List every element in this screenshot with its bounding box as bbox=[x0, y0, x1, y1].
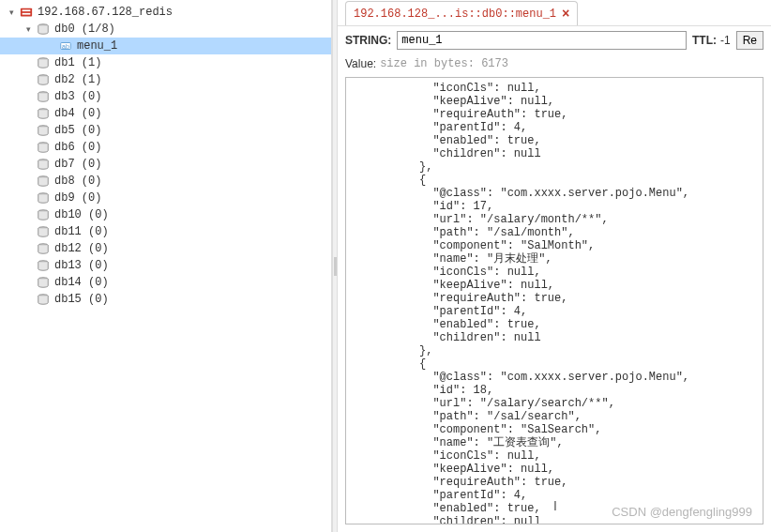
key-string-icon: ab bbox=[58, 38, 73, 53]
tree-root-label: 192.168.67.128_redis bbox=[38, 6, 173, 19]
tree-db-item[interactable]: ▾db9 (0) bbox=[0, 190, 331, 206]
tree-db-item[interactable]: ▾db1 (1) bbox=[0, 54, 331, 71]
tree-db-label: db11 (0) bbox=[54, 225, 109, 238]
editor-tab[interactable]: 192.168.128_...is::db0::menu_1 × bbox=[345, 1, 578, 25]
database-icon bbox=[36, 123, 51, 138]
ttl-label: TTL: bbox=[692, 34, 717, 47]
tree-db-item[interactable]: ▾db4 (0) bbox=[0, 105, 331, 122]
tree-db-item[interactable]: ▾db12 (0) bbox=[0, 240, 331, 257]
tab-label: 192.168.128_...is::db0::menu_1 bbox=[354, 8, 556, 21]
key-name-input[interactable] bbox=[397, 31, 687, 50]
tree-db-item[interactable]: ▾db14 (0) bbox=[0, 274, 331, 291]
value-meta-row: Value: size in bytes: 6173 bbox=[338, 54, 771, 73]
tree-db-item[interactable]: ▾db15 (0) bbox=[0, 291, 331, 308]
tree-root[interactable]: ▾ 192.168.67.128_redis bbox=[0, 4, 331, 21]
type-label: STRING: bbox=[345, 34, 391, 47]
main-panel: 192.168.128_...is::db0::menu_1 × STRING:… bbox=[338, 0, 771, 532]
database-icon bbox=[36, 190, 51, 205]
database-icon bbox=[36, 72, 51, 87]
db-tree-sidebar: ▾ 192.168.67.128_redis ▾ db0 (1/8) ▾ ab … bbox=[0, 0, 332, 532]
database-icon bbox=[36, 174, 51, 189]
tree-db-label: db3 (0) bbox=[54, 90, 101, 103]
tree-db-label: db1 (1) bbox=[54, 56, 101, 69]
tree-db-label: db7 (0) bbox=[54, 158, 101, 171]
database-icon bbox=[36, 207, 51, 222]
tree-key-selected[interactable]: ▾ ab menu_1 bbox=[0, 38, 331, 54]
database-icon bbox=[36, 140, 51, 155]
tree-db-item[interactable]: ▾db10 (0) bbox=[0, 206, 331, 223]
tree-db-item[interactable]: ▾db2 (1) bbox=[0, 71, 331, 88]
rename-button[interactable]: Re bbox=[736, 31, 763, 50]
close-icon[interactable]: × bbox=[562, 7, 569, 22]
tree-db-label: db14 (0) bbox=[54, 276, 109, 289]
chevron-down-icon[interactable]: ▾ bbox=[6, 8, 17, 17]
tree-db-label: db2 (1) bbox=[54, 73, 101, 86]
tree-db-label: db6 (0) bbox=[54, 141, 101, 154]
database-icon bbox=[36, 275, 51, 290]
value-label: Value: bbox=[345, 57, 376, 70]
svg-rect-1 bbox=[23, 9, 31, 11]
database-icon bbox=[36, 241, 51, 256]
tree-db-label: db10 (0) bbox=[54, 208, 109, 221]
tree-db-item[interactable]: ▾db13 (0) bbox=[0, 257, 331, 274]
value-textarea[interactable]: "iconCls": null, "keepAlive": null, "req… bbox=[345, 77, 763, 524]
database-icon bbox=[36, 224, 51, 239]
key-header-row: STRING: TTL: -1 Re bbox=[338, 26, 771, 54]
ttl-value: -1 bbox=[720, 34, 731, 47]
tree-db-label: db8 (0) bbox=[54, 175, 101, 188]
tree-key-label: menu_1 bbox=[77, 39, 117, 53]
tree-db0-label: db0 (1/8) bbox=[54, 23, 115, 36]
redis-server-icon bbox=[19, 5, 34, 20]
tree-db-item[interactable]: ▾db5 (0) bbox=[0, 122, 331, 139]
tree-db-item[interactable]: ▾db7 (0) bbox=[0, 156, 331, 173]
database-icon bbox=[36, 258, 51, 273]
svg-text:ab: ab bbox=[62, 43, 69, 50]
chevron-down-icon[interactable]: ▾ bbox=[23, 24, 34, 34]
database-icon bbox=[36, 89, 51, 104]
database-icon bbox=[36, 292, 51, 307]
tree-db-label: db12 (0) bbox=[54, 242, 109, 255]
tree-db-item[interactable]: ▾db3 (0) bbox=[0, 88, 331, 105]
tree-db-label: db4 (0) bbox=[54, 107, 101, 120]
tree-db-label: db5 (0) bbox=[54, 124, 101, 137]
tab-bar: 192.168.128_...is::db0::menu_1 × bbox=[338, 0, 771, 26]
value-size: size in bytes: 6173 bbox=[380, 57, 508, 70]
tree-db-expanded[interactable]: ▾ db0 (1/8) bbox=[0, 21, 331, 38]
database-icon bbox=[36, 22, 51, 37]
tree-db-label: db9 (0) bbox=[54, 191, 101, 205]
splitter-handle[interactable] bbox=[332, 0, 338, 532]
tree-db-item[interactable]: ▾db11 (0) bbox=[0, 223, 331, 240]
svg-rect-2 bbox=[23, 13, 31, 15]
tree-db-item[interactable]: ▾db6 (0) bbox=[0, 139, 331, 156]
database-icon bbox=[36, 157, 51, 172]
tree-db-label: db13 (0) bbox=[54, 259, 109, 272]
tree-db-label: db15 (0) bbox=[54, 293, 109, 306]
database-icon bbox=[36, 55, 51, 70]
svg-rect-0 bbox=[21, 8, 32, 17]
tree-db-item[interactable]: ▾db8 (0) bbox=[0, 173, 331, 190]
database-icon bbox=[36, 106, 51, 121]
